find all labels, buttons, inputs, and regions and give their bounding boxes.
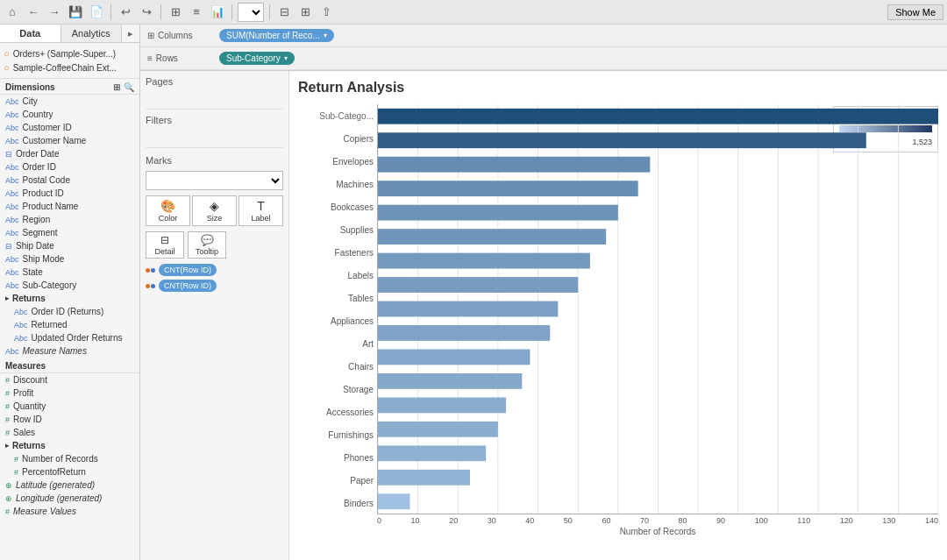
- left-panel: Data Analytics ▸ ○ Orders+ (Sample-Super…: [0, 25, 140, 560]
- measures-label: Measures: [5, 361, 46, 371]
- shelves: ⊞ Columns SUM(Number of Reco... ▾ ≡ Rows…: [140, 25, 947, 71]
- marks-buttons: 🎨 Color ◈ Size T Label: [146, 195, 283, 226]
- show-me-button[interactable]: Show Me: [887, 4, 943, 20]
- field-percent-return[interactable]: #PercentofReturn: [0, 465, 139, 478]
- field-longitude[interactable]: ⊕Longitude (generated): [0, 492, 139, 505]
- field-sub-category[interactable]: AbcSub-Category: [0, 279, 139, 292]
- field-sales[interactable]: #Sales: [0, 426, 139, 439]
- columns-pill-label: SUM(Number of Reco...: [226, 31, 320, 40]
- tab-add-icon[interactable]: ▸: [122, 25, 139, 42]
- field-returned[interactable]: AbcReturned: [0, 318, 139, 331]
- field-customer-id[interactable]: AbcCustomer ID: [0, 121, 139, 134]
- returns-group-header[interactable]: ▸ Returns: [0, 292, 139, 305]
- dimensions-search-icon[interactable]: ⊞: [113, 82, 120, 92]
- field-product-name[interactable]: AbcProduct Name: [0, 200, 139, 213]
- fit2-icon[interactable]: ⊞: [296, 4, 314, 21]
- columns-pill[interactable]: SUM(Number of Reco... ▾: [219, 29, 334, 42]
- marks-pill-2[interactable]: CNT(Row ID): [159, 280, 217, 292]
- marks-dropdown[interactable]: Automatic: [146, 171, 283, 190]
- rows-icon: ≡: [147, 53, 153, 63]
- y-label-phones: Phones: [298, 453, 374, 463]
- marks-pill-row-2: CNT(Row ID): [146, 280, 283, 292]
- field-number-of-records[interactable]: #Number of Records: [0, 452, 139, 465]
- forward-icon[interactable]: →: [46, 4, 63, 21]
- field-order-id[interactable]: AbcOrder ID: [0, 160, 139, 174]
- columns-icon[interactable]: ⊞: [167, 4, 184, 21]
- field-country[interactable]: AbcCountry: [0, 108, 139, 121]
- data-source-orders[interactable]: ○ Orders+ (Sample-Super...): [4, 46, 136, 60]
- hash-icon: #: [5, 429, 10, 437]
- rows-icon[interactable]: ≡: [188, 4, 205, 21]
- hash-icon: #: [5, 415, 10, 424]
- field-city[interactable]: AbcCity: [0, 95, 139, 108]
- field-ship-date[interactable]: ⊟Ship Date: [0, 239, 139, 252]
- field-product-id[interactable]: AbcProduct ID: [0, 187, 139, 200]
- marks-tooltip-btn[interactable]: 💬 Tooltip: [188, 231, 226, 259]
- coffee-ds-label: Sample-CoffeeChain Ext...: [13, 63, 117, 73]
- orange-dot2: [146, 284, 150, 288]
- standard-dropdown[interactable]: Standard: [238, 3, 264, 22]
- marks-detail-row: ⊟ Detail 💬 Tooltip: [146, 231, 283, 259]
- field-profit[interactable]: #Profit: [0, 386, 139, 400]
- fit-icon[interactable]: ⊟: [275, 4, 293, 21]
- field-order-id-returns[interactable]: AbcOrder ID (Returns): [0, 305, 139, 318]
- y-label-bookcases: Bookcases: [298, 202, 374, 212]
- abc-icon: Abc: [5, 124, 19, 132]
- field-row-id[interactable]: #Row ID: [0, 413, 139, 426]
- field-measure-names[interactable]: AbcMeasure Names: [0, 344, 139, 358]
- share-icon[interactable]: ⇧: [317, 4, 335, 21]
- field-updated-order-returns[interactable]: AbcUpdated Order Returns: [0, 331, 139, 344]
- coffee-ds-icon: ○: [4, 62, 10, 73]
- rows-pill[interactable]: Sub-Category ▾: [219, 52, 295, 65]
- abc-icon: Abc: [14, 334, 28, 343]
- marks-color-btn[interactable]: 🎨 Color: [146, 195, 190, 226]
- cal-icon: ⊟: [5, 242, 12, 251]
- rows-label: ≡ Rows: [140, 53, 219, 63]
- save-icon[interactable]: 💾: [67, 4, 84, 21]
- field-segment[interactable]: AbcSegment: [0, 226, 139, 239]
- svg-rect-29: [378, 445, 486, 461]
- field-order-date[interactable]: ⊟Order Date: [0, 147, 139, 160]
- data-source-coffee[interactable]: ○ Sample-CoffeeChain Ext...: [4, 60, 136, 74]
- new-icon[interactable]: 📄: [88, 4, 105, 21]
- svg-rect-19: [378, 205, 618, 221]
- field-region[interactable]: AbcRegion: [0, 213, 139, 226]
- redo-icon[interactable]: ↪: [138, 4, 155, 21]
- marks-pill-1[interactable]: CNT(Row ID): [159, 264, 217, 276]
- field-state[interactable]: AbcState: [0, 266, 139, 279]
- field-discount[interactable]: #Discount: [0, 373, 139, 386]
- dimensions-filter-icon[interactable]: 🔍: [124, 82, 134, 92]
- returns-measures-header[interactable]: ▸ Returns: [0, 439, 139, 452]
- field-measure-values[interactable]: #Measure Values: [0, 505, 139, 518]
- marks-size-btn[interactable]: ◈ Size: [192, 195, 237, 226]
- back-icon[interactable]: ←: [25, 4, 42, 21]
- svg-rect-21: [378, 253, 590, 269]
- hash-icon: #: [5, 376, 10, 385]
- svg-rect-17: [378, 157, 650, 173]
- marks-detail-btn[interactable]: ⊟ Detail: [146, 231, 184, 259]
- undo-icon[interactable]: ↩: [117, 4, 134, 21]
- svg-rect-25: [378, 350, 530, 365]
- y-label-copiers: Copiers: [298, 134, 374, 144]
- tab-analytics[interactable]: Analytics: [61, 25, 123, 42]
- field-customer-name[interactable]: AbcCustomer Name: [0, 134, 139, 147]
- field-quantity[interactable]: #Quantity: [0, 400, 139, 413]
- field-latitude[interactable]: ⊕Latitude (generated): [0, 478, 139, 492]
- y-label-storage: Storage: [298, 385, 374, 394]
- field-postal-code[interactable]: AbcPostal Code: [0, 174, 139, 187]
- blue-dot2: [151, 284, 155, 288]
- hash-icon: #: [14, 455, 18, 464]
- abc-icon: Abc: [5, 268, 19, 277]
- marks-label-btn[interactable]: T Label: [239, 195, 283, 226]
- pill-arrow: ▾: [324, 32, 327, 39]
- tab-data[interactable]: Data: [0, 25, 61, 42]
- field-ship-mode[interactable]: AbcShip Mode: [0, 252, 139, 266]
- sep1: [110, 4, 111, 20]
- tab-bar: Data Analytics ▸: [0, 25, 139, 43]
- y-label-labels: Labels: [298, 271, 374, 280]
- chart-icon[interactable]: 📊: [209, 4, 226, 21]
- home-icon[interactable]: ⌂: [4, 4, 21, 21]
- y-label-binders: Binders: [298, 499, 374, 508]
- svg-rect-30: [378, 470, 470, 486]
- abc-icon: Abc: [5, 202, 19, 211]
